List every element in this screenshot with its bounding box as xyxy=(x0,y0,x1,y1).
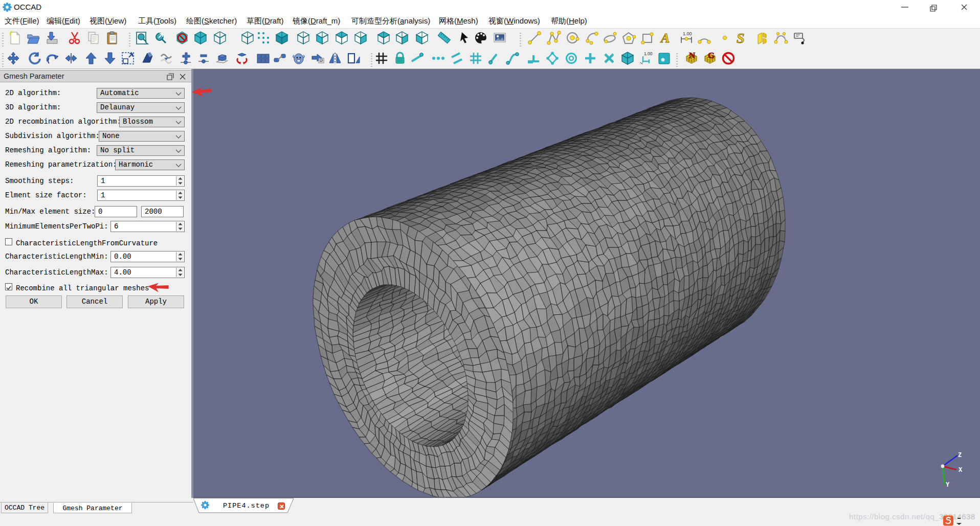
svg-text:Z: Z xyxy=(958,452,962,459)
svg-text:2: 2 xyxy=(640,62,643,64)
svg-text:1.00: 1.00 xyxy=(644,51,653,56)
svg-text:Y: Y xyxy=(946,482,950,489)
svg-text:X: X xyxy=(959,467,963,474)
svg-text:1.00: 1.00 xyxy=(683,31,692,36)
svg-text:A: A xyxy=(660,31,670,45)
svg-text:G: G xyxy=(708,51,715,60)
svg-text:S: S xyxy=(737,31,745,45)
svg-text:N: N xyxy=(689,51,696,60)
